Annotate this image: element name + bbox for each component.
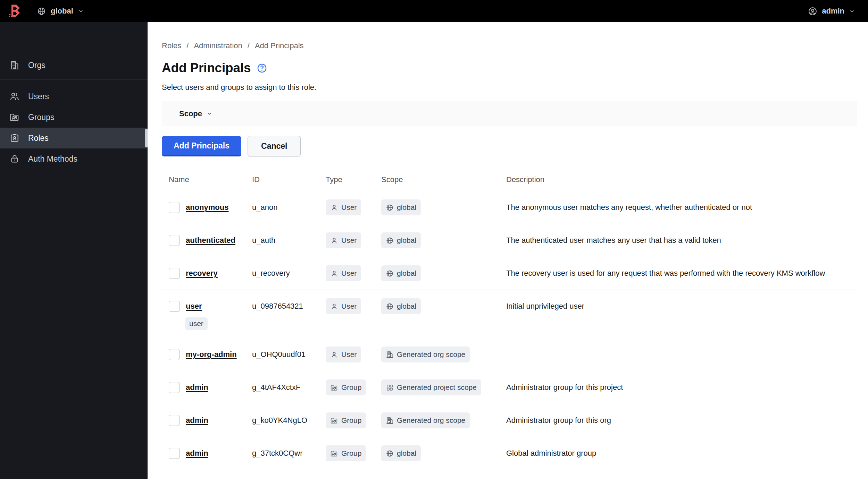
principal-name-link[interactable]: admin <box>186 416 208 425</box>
type-cell: Group <box>326 412 381 429</box>
description-cell: Administrator group for this project <box>506 379 857 396</box>
sidebar-item-label: Users <box>28 92 49 101</box>
scope-cell: Generated project scope <box>381 379 506 396</box>
user-icon <box>330 351 338 359</box>
row-checkbox[interactable] <box>169 382 180 393</box>
add-principals-button[interactable]: Add Principals <box>162 136 241 156</box>
help-button[interactable] <box>257 63 267 74</box>
topbar: global admin <box>0 0 868 22</box>
scope-badge: Generated org scope <box>381 347 470 362</box>
breadcrumb-link-roles[interactable]: Roles <box>162 41 181 50</box>
topbar-left: global <box>9 4 84 18</box>
table-row: anonymous u_anon User global The anonymo… <box>162 191 857 224</box>
type-badge: User <box>326 232 361 248</box>
sidebar-item-groups[interactable]: Groups <box>0 107 148 128</box>
scope-filter-dropdown[interactable]: Scope <box>179 109 212 118</box>
scope-picker-label: global <box>51 7 73 16</box>
row-checkbox[interactable] <box>169 415 180 426</box>
role-badge-icon <box>9 133 20 143</box>
breadcrumb-current: Add Principals <box>255 41 304 50</box>
sidebar-item-users[interactable]: Users <box>0 86 148 107</box>
description-cell <box>506 346 857 363</box>
breadcrumb-link-administration[interactable]: Administration <box>194 41 242 50</box>
type-cell: Group <box>326 445 381 462</box>
lock-icon <box>9 154 20 164</box>
scope-badge: global <box>381 232 421 248</box>
type-badge: Group <box>326 412 366 428</box>
row-checkbox[interactable] <box>169 301 180 312</box>
scope-badge: Generated project scope <box>381 379 481 395</box>
principals-table: Name ID Type Scope Description anonymous… <box>162 170 857 470</box>
principal-name-link[interactable]: admin <box>186 449 208 458</box>
sidebar-scrollbar-thumb[interactable] <box>145 129 148 147</box>
table-row: user user u_0987654321 User global Initi… <box>162 290 857 338</box>
name-cell: my-org-admin <box>162 346 252 363</box>
building-icon <box>9 60 20 70</box>
table-row: authenticated u_auth User global The aut… <box>162 224 857 257</box>
scope-badge: global <box>381 445 421 461</box>
title-row: Add Principals <box>162 61 857 75</box>
table-row: recovery u_recovery User global The reco… <box>162 257 857 290</box>
id-cell: u_recovery <box>252 265 326 282</box>
principal-name-link[interactable]: anonymous <box>186 203 228 212</box>
principal-name-link[interactable]: user <box>186 302 202 311</box>
sidebar-item-auth-methods[interactable]: Auth Methods <box>0 148 148 169</box>
grid-icon <box>386 384 394 392</box>
column-header-id: ID <box>252 175 326 184</box>
row-checkbox[interactable] <box>169 235 180 246</box>
column-header-scope: Scope <box>381 175 506 184</box>
name-cell: anonymous <box>162 199 252 216</box>
type-badge: Group <box>326 379 366 395</box>
type-cell: Group <box>326 379 381 396</box>
id-cell: g_4tAF4XctxF <box>252 379 326 396</box>
user-icon <box>330 204 338 212</box>
building-icon <box>386 417 394 425</box>
id-cell: u_0987654321 <box>252 298 326 315</box>
help-icon <box>257 63 267 74</box>
row-checkbox[interactable] <box>169 202 180 213</box>
principal-name-link[interactable]: admin <box>186 383 208 392</box>
sidebar-nav: Orgs Users Groups Roles Auth Methods <box>0 55 148 169</box>
id-cell: u_anon <box>252 199 326 216</box>
group-icon <box>330 384 338 392</box>
scope-picker-button[interactable]: global <box>37 7 84 16</box>
sidebar-item-orgs[interactable]: Orgs <box>0 55 148 76</box>
type-badge: User <box>326 298 361 314</box>
group-icon <box>330 417 338 425</box>
globe-icon <box>386 204 394 212</box>
sidebar-item-label: Groups <box>28 113 54 122</box>
globe-icon <box>386 237 394 245</box>
row-checkbox[interactable] <box>169 268 180 279</box>
form-actions: Add Principals Cancel <box>162 136 857 156</box>
group-icon <box>9 112 20 122</box>
cancel-button[interactable]: Cancel <box>248 136 301 156</box>
account-icon <box>808 7 817 16</box>
user-icon <box>330 237 338 245</box>
description-cell: The recovery user is used for any reques… <box>506 265 857 282</box>
sidebar-divider <box>0 79 148 79</box>
type-badge: User <box>326 199 361 215</box>
principal-name-link[interactable]: recovery <box>186 269 218 278</box>
row-checkbox[interactable] <box>169 349 180 360</box>
sidebar-item-roles[interactable]: Roles <box>0 128 148 148</box>
account-tag: user <box>185 317 208 330</box>
scope-badge: global <box>381 265 421 281</box>
principal-name-link[interactable]: authenticated <box>186 236 235 245</box>
type-cell: User <box>326 232 381 249</box>
scope-badge: Generated org scope <box>381 412 470 428</box>
scope-cell: global <box>381 265 506 282</box>
boundary-logo-icon[interactable] <box>9 4 21 18</box>
id-cell: g_ko0YK4NgLO <box>252 412 326 429</box>
principal-name-link[interactable]: my-org-admin <box>186 350 237 359</box>
boundary-app: global admin Orgs Users <box>0 0 868 479</box>
id-cell: g_37tck0CQwr <box>252 445 326 462</box>
row-checkbox[interactable] <box>169 448 180 459</box>
column-header-name: Name <box>162 175 252 184</box>
filter-bar: Scope <box>162 101 857 126</box>
type-cell: User <box>326 298 381 315</box>
topbar-right: admin <box>808 7 855 16</box>
sidebar-item-label: Orgs <box>28 61 45 70</box>
user-menu-button[interactable]: admin <box>808 7 855 16</box>
type-cell: User <box>326 346 381 363</box>
user-icon <box>330 302 338 310</box>
